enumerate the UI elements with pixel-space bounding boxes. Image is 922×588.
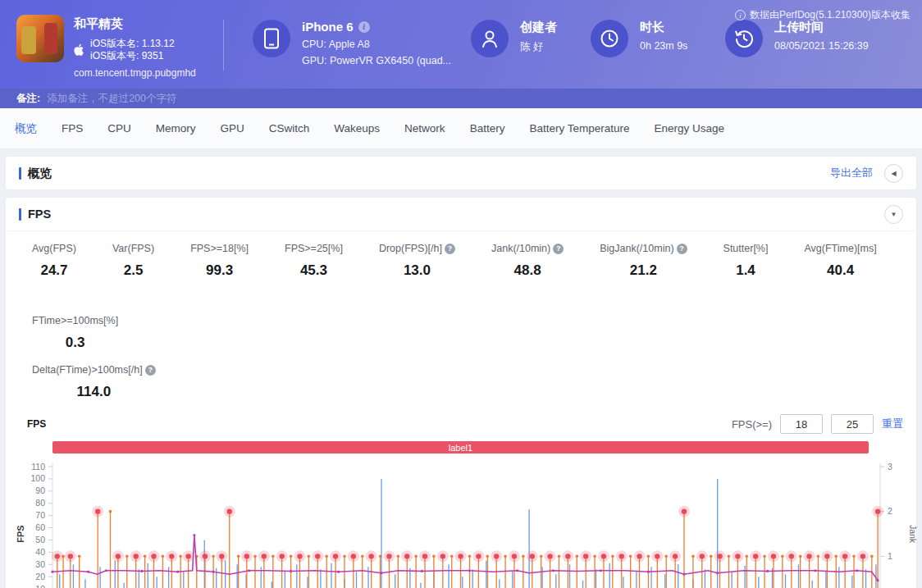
collapse-down-icon[interactable]: ▼ <box>884 205 903 224</box>
fps-chart: 0102030405060708090100110012300:0001:100… <box>11 457 922 588</box>
overview-card: 概览 导出全部 ◀ <box>5 156 917 190</box>
svg-text:20: 20 <box>35 572 45 581</box>
stat-value: 114.0 <box>32 384 156 400</box>
device-info-icon[interactable]: i <box>358 21 370 33</box>
stat-value: 45.3 <box>285 262 343 279</box>
svg-text:3: 3 <box>888 462 892 472</box>
fps-card: FPS ▼ Avg(FPS)24.7Var(FPS)2.5FPS>=18[%]9… <box>5 197 917 588</box>
tab-wakeups[interactable]: Wakeups <box>334 122 380 134</box>
device-gpu: GPU: PowerVR GX6450 (quad... <box>302 55 451 66</box>
stat-label: Stutter[%] <box>723 243 769 254</box>
stat-item: FTime>=100ms[%]0.3 <box>32 315 118 351</box>
svg-text:100: 100 <box>30 473 45 483</box>
report-header: 和平精英 iOS版本名: 1.13.12 iOS版本号: 9351 com.te… <box>0 0 922 89</box>
stat-item: Avg(FTime)[ms]40.4 <box>804 243 876 279</box>
remark-input[interactable] <box>47 93 906 104</box>
creator-value: 陈 好 <box>520 40 557 54</box>
help-icon[interactable]: ? <box>445 244 455 254</box>
tab-cswitch[interactable]: CSwitch <box>269 122 310 134</box>
header-divider <box>223 20 224 71</box>
stat-label: Delta(FTime)>100ms[/h]? <box>32 364 156 376</box>
stat-item: Jank(/10min)?48.8 <box>491 243 564 279</box>
stat-item: Drop(FPS)[/h]?13.0 <box>379 243 455 279</box>
upload-time-value: 08/05/2021 15:26:39 <box>774 40 869 52</box>
stat-label: Var(FPS) <box>112 243 154 254</box>
fps-stats-row: Avg(FPS)24.7Var(FPS)2.5FPS>=18[%]99.3FPS… <box>6 231 916 351</box>
device-cpu: CPU: Apple A8 <box>302 39 451 50</box>
svg-text:60: 60 <box>35 522 45 532</box>
duration-value: 0h 23m 9s <box>640 40 687 52</box>
stat-label: BigJank(/10min)? <box>600 243 687 254</box>
tab-gpu[interactable]: GPU <box>221 122 244 134</box>
stat-item: Avg(FPS)24.7 <box>32 243 76 279</box>
info-icon: i <box>735 10 746 21</box>
device-name: iPhone 6 <box>302 20 354 34</box>
tab-fps[interactable]: FPS <box>62 122 83 134</box>
export-all-link[interactable]: 导出全部 <box>830 166 873 180</box>
apple-icon <box>74 43 85 57</box>
stat-item: Stutter[%]1.4 <box>723 243 769 279</box>
help-icon[interactable]: ? <box>145 365 156 376</box>
stat-value: 40.4 <box>804 262 876 279</box>
tab-network[interactable]: Network <box>404 122 445 134</box>
help-icon[interactable]: ? <box>677 244 687 254</box>
stat-value: 0.3 <box>32 335 118 351</box>
stat-item: FPS>=18[%]99.3 <box>190 243 249 279</box>
stat-item: Delta(FTime)>100ms[/h]?114.0 <box>32 364 156 400</box>
fps-stats-row2: Delta(FTime)>100ms[/h]?114.0 <box>6 351 916 400</box>
stat-value: 21.2 <box>600 262 687 279</box>
tab-overview[interactable]: 概览 <box>15 121 37 136</box>
creator-label: 创建者 <box>520 20 557 35</box>
remark-bar: 备注: <box>0 89 922 108</box>
fps-threshold-input-2[interactable] <box>831 414 874 434</box>
fps-threshold-label: FPS(>=) <box>732 418 772 431</box>
app-icon <box>16 15 64 62</box>
stat-value: 2.5 <box>112 262 154 279</box>
svg-text:40: 40 <box>35 547 45 557</box>
stat-item: Var(FPS)2.5 <box>112 243 154 279</box>
stat-item: BigJank(/10min)?21.2 <box>600 243 687 279</box>
help-icon[interactable]: ? <box>553 244 564 254</box>
duration-label: 时长 <box>640 20 664 35</box>
app-version-name: iOS版本名: 1.13.12 <box>90 38 175 50</box>
remark-label: 备注: <box>16 92 40 106</box>
stat-label: FPS>=25[%] <box>285 243 343 254</box>
svg-text:30: 30 <box>35 559 45 569</box>
svg-text:2: 2 <box>888 506 892 516</box>
svg-text:80: 80 <box>35 498 45 508</box>
tab-energy-usage[interactable]: Energy Usage <box>654 122 724 134</box>
fps-threshold-input-1[interactable] <box>780 414 823 434</box>
stat-value: 48.8 <box>491 262 564 279</box>
collapse-left-icon[interactable]: ◀ <box>884 164 903 183</box>
svg-text:110: 110 <box>31 462 45 472</box>
accent-bar <box>19 208 21 221</box>
svg-text:90: 90 <box>35 485 45 495</box>
tab-battery[interactable]: Battery <box>470 122 505 134</box>
svg-text:FPS: FPS <box>16 525 25 542</box>
app-version-code: iOS版本号: 9351 <box>90 50 175 62</box>
stat-value: 99.3 <box>190 262 249 279</box>
overview-title: 概览 <box>28 166 52 181</box>
svg-text:1: 1 <box>888 551 892 561</box>
label1-banner: label1 <box>52 441 869 454</box>
phone-icon <box>253 20 290 57</box>
stat-value: 13.0 <box>379 262 455 279</box>
svg-text:10: 10 <box>35 584 45 588</box>
fps-section-title: FPS <box>28 207 51 221</box>
history-clock-icon <box>725 20 763 57</box>
reset-link[interactable]: 重置 <box>882 417 903 431</box>
tab-memory[interactable]: Memory <box>156 122 196 134</box>
stat-label: FPS>=18[%] <box>190 243 249 254</box>
tab-battery-temperature[interactable]: Battery Temperature <box>529 122 629 134</box>
collect-note: i 数据由PerfDog(5.1.210300)版本收集 <box>735 8 911 22</box>
label1-text: label1 <box>449 443 472 453</box>
stat-label: Avg(FTime)[ms] <box>804 243 876 254</box>
stat-label: Avg(FPS) <box>32 243 76 254</box>
svg-text:70: 70 <box>35 510 45 520</box>
user-icon <box>471 20 509 57</box>
stat-label: Jank(/10min)? <box>491 243 564 254</box>
clock-icon <box>591 20 628 57</box>
stat-value: 24.7 <box>32 262 76 279</box>
svg-text:50: 50 <box>35 535 45 545</box>
tab-cpu[interactable]: CPU <box>107 122 131 134</box>
